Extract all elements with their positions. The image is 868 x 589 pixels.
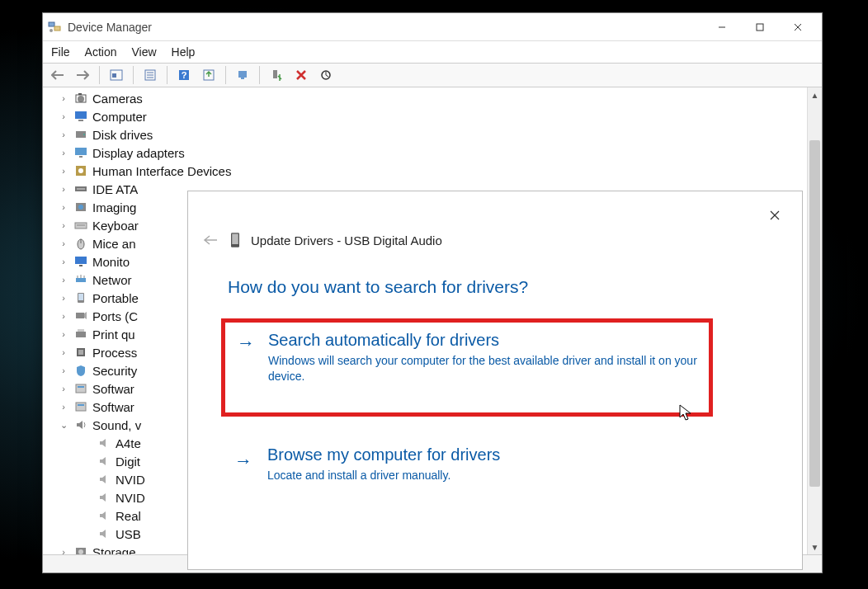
scan-hardware-button[interactable] xyxy=(314,64,337,86)
scrollbar-thumb[interactable] xyxy=(809,140,820,487)
tree-node-label: Imaging xyxy=(92,200,136,214)
processor-icon xyxy=(74,346,87,359)
tree-node-label: Portable xyxy=(92,291,139,305)
expander-icon[interactable]: › xyxy=(58,220,69,230)
svg-rect-44 xyxy=(76,313,84,318)
expander-icon[interactable]: › xyxy=(58,347,69,357)
expander-icon[interactable]: › xyxy=(58,93,69,103)
tree-node[interactable]: ›Display adapters xyxy=(58,144,807,162)
sound-icon xyxy=(74,418,87,431)
uninstall-device-button[interactable] xyxy=(290,64,313,86)
svg-point-26 xyxy=(83,134,85,135)
computer-icon xyxy=(74,110,87,123)
tree-node-label: Computer xyxy=(92,110,147,124)
option-description: Locate and install a driver manually. xyxy=(267,468,696,483)
imaging-icon xyxy=(74,200,87,214)
properties-button[interactable] xyxy=(139,64,162,86)
tree-node[interactable]: ›Cameras xyxy=(58,89,807,107)
dialog-back-button[interactable] xyxy=(201,231,219,249)
enable-device-button[interactable] xyxy=(231,64,254,86)
tree-node[interactable]: ›Human Interface Devices xyxy=(58,162,807,180)
tree-node-label: IDE ATA xyxy=(92,182,138,196)
tree-node-label: Keyboar xyxy=(92,219,139,233)
back-button[interactable] xyxy=(46,64,69,86)
svg-rect-50 xyxy=(78,386,84,388)
print-icon xyxy=(74,327,87,341)
expander-icon[interactable]: › xyxy=(58,238,69,248)
device-manager-icon xyxy=(48,21,61,34)
tree-node-label: Real xyxy=(116,509,141,523)
speaker-icon xyxy=(97,473,111,486)
expander-icon[interactable]: › xyxy=(58,257,69,266)
svg-rect-40 xyxy=(79,265,83,266)
option-search-automatically[interactable]: → Search automatically for drivers Windo… xyxy=(221,318,713,417)
tree-node-label: Sound, v xyxy=(92,418,141,432)
menubar: File Action View Help xyxy=(43,41,822,63)
window-title: Device Manager xyxy=(68,21,703,34)
speaker-icon xyxy=(97,455,111,468)
expander-icon[interactable]: › xyxy=(58,365,69,375)
hid-icon xyxy=(74,164,87,177)
show-hide-tree-button[interactable] xyxy=(105,64,128,86)
expander-icon[interactable]: › xyxy=(58,311,69,321)
tree-node-label: Print qu xyxy=(92,327,135,342)
titlebar[interactable]: Device Manager xyxy=(43,13,822,41)
dialog-close-button[interactable] xyxy=(762,203,787,228)
scroll-up-button[interactable]: ▲ xyxy=(808,87,822,102)
svg-rect-16 xyxy=(238,71,247,78)
menu-view[interactable]: View xyxy=(131,45,156,59)
network-icon xyxy=(74,273,87,286)
tree-node[interactable]: ›Disk drives xyxy=(58,125,807,144)
expander-icon[interactable]: › xyxy=(58,547,69,554)
svg-point-54 xyxy=(78,549,83,554)
svg-rect-52 xyxy=(78,404,84,406)
help-button[interactable]: ? xyxy=(172,64,196,86)
svg-rect-4 xyxy=(757,24,763,31)
tree-node[interactable]: ›Computer xyxy=(58,107,807,125)
vertical-scrollbar[interactable]: ▲ ▼ xyxy=(807,87,822,554)
tree-node-label: Networ xyxy=(92,273,132,287)
update-driver-button[interactable] xyxy=(197,64,220,86)
minimize-button[interactable] xyxy=(703,15,741,40)
tree-node-label: NVID xyxy=(116,473,145,487)
expander-icon[interactable]: › xyxy=(58,402,69,412)
svg-rect-48 xyxy=(78,350,83,355)
expander-icon[interactable]: ⌄ xyxy=(58,420,69,431)
disable-device-button[interactable] xyxy=(265,64,288,86)
disk-icon xyxy=(74,128,87,141)
expander-icon[interactable]: › xyxy=(58,275,69,285)
speaker-icon xyxy=(97,491,111,504)
expander-icon[interactable]: › xyxy=(58,384,69,393)
maximize-button[interactable] xyxy=(741,15,779,40)
tree-node-label: Process xyxy=(92,346,137,360)
svg-point-30 xyxy=(78,168,83,173)
back-arrow-icon xyxy=(203,234,218,246)
close-button[interactable] xyxy=(779,15,817,40)
keyboard-icon xyxy=(74,219,87,232)
expander-icon[interactable]: › xyxy=(58,111,69,121)
device-icon xyxy=(229,232,241,248)
expander-icon[interactable]: › xyxy=(58,166,69,176)
scroll-down-button[interactable]: ▼ xyxy=(808,540,822,554)
menu-file[interactable]: File xyxy=(51,45,70,59)
option-description: Windows will search your computer for th… xyxy=(268,353,697,384)
expander-icon[interactable]: › xyxy=(58,202,69,212)
svg-rect-1 xyxy=(54,26,60,31)
storage-icon xyxy=(74,545,87,554)
expander-icon[interactable]: › xyxy=(58,130,69,139)
expander-icon[interactable]: › xyxy=(58,148,69,158)
menu-action[interactable]: Action xyxy=(85,45,117,59)
option-title: Search automatically for drivers xyxy=(268,331,697,350)
dialog-heading: How do you want to search for drivers? xyxy=(228,277,802,297)
expander-icon[interactable]: › xyxy=(58,184,69,194)
software-icon xyxy=(74,382,87,395)
expander-icon[interactable]: › xyxy=(58,293,69,303)
expander-icon[interactable]: › xyxy=(58,329,69,339)
svg-rect-41 xyxy=(76,278,86,282)
tree-node-label: Cameras xyxy=(92,92,143,106)
menu-help[interactable]: Help xyxy=(172,45,196,59)
forward-button[interactable] xyxy=(71,64,94,86)
svg-rect-28 xyxy=(79,156,83,158)
option-browse-computer[interactable]: → Browse my computer for drivers Locate … xyxy=(221,437,713,492)
scrollbar-track[interactable] xyxy=(808,102,822,540)
